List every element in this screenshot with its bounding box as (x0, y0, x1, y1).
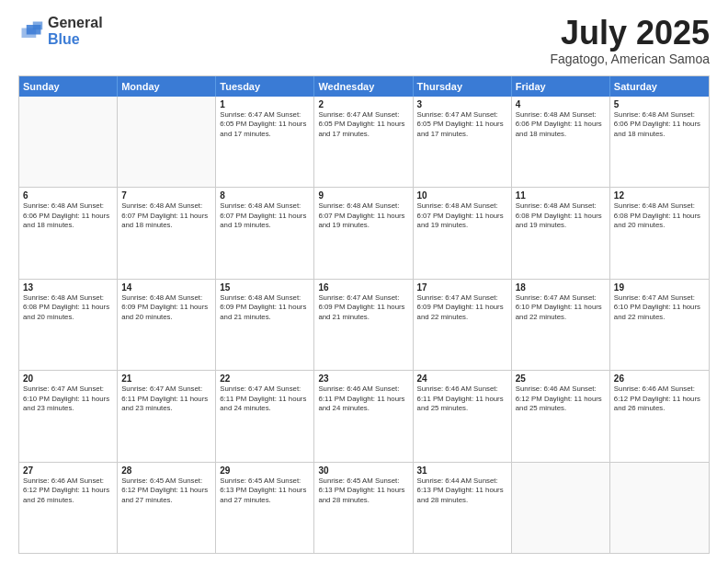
day-info: Sunrise: 6:48 AM Sunset: 6:08 PM Dayligh… (614, 201, 705, 231)
logo-blue-text: Blue (48, 31, 103, 48)
calendar-cell-3-6: 18Sunrise: 6:47 AM Sunset: 6:10 PM Dayli… (512, 280, 610, 370)
day-number: 7 (121, 190, 211, 201)
day-info: Sunrise: 6:46 AM Sunset: 6:12 PM Dayligh… (516, 385, 606, 414)
day-number: 27 (23, 465, 113, 476)
logo-text: General Blue (48, 15, 103, 47)
day-number: 13 (23, 282, 113, 293)
day-number: 30 (318, 465, 408, 476)
day-info: Sunrise: 6:48 AM Sunset: 6:08 PM Dayligh… (23, 293, 113, 323)
day-number: 31 (417, 465, 507, 476)
day-info: Sunrise: 6:48 AM Sunset: 6:07 PM Dayligh… (220, 201, 310, 231)
logo: General Blue (18, 15, 103, 47)
calendar-cell-3-4: 16Sunrise: 6:47 AM Sunset: 6:09 PM Dayli… (314, 280, 413, 370)
calendar-cell-5-2: 28Sunrise: 6:45 AM Sunset: 6:12 PM Dayli… (118, 463, 216, 553)
day-info: Sunrise: 6:47 AM Sunset: 6:10 PM Dayligh… (614, 293, 705, 323)
logo-icon (18, 18, 44, 44)
day-number: 1 (220, 99, 310, 109)
calendar-cell-3-3: 15Sunrise: 6:48 AM Sunset: 6:09 PM Dayli… (216, 280, 314, 370)
calendar-cell-4-4: 23Sunrise: 6:46 AM Sunset: 6:11 PM Dayli… (314, 371, 413, 461)
calendar-cell-1-6: 4Sunrise: 6:48 AM Sunset: 6:06 PM Daylig… (512, 97, 610, 187)
month-title: July 2025 (550, 15, 710, 52)
day-info: Sunrise: 6:44 AM Sunset: 6:13 PM Dayligh… (417, 477, 507, 506)
day-info: Sunrise: 6:45 AM Sunset: 6:13 PM Dayligh… (220, 477, 310, 506)
calendar-cell-2-4: 9Sunrise: 6:48 AM Sunset: 6:07 PM Daylig… (314, 188, 413, 278)
day-info: Sunrise: 6:48 AM Sunset: 6:08 PM Dayligh… (516, 201, 606, 231)
day-info: Sunrise: 6:47 AM Sunset: 6:09 PM Dayligh… (318, 293, 408, 323)
calendar-header-row: Sunday Monday Tuesday Wednesday Thursday… (19, 76, 709, 97)
day-info: Sunrise: 6:48 AM Sunset: 6:06 PM Dayligh… (614, 110, 705, 140)
calendar-cell-2-5: 10Sunrise: 6:48 AM Sunset: 6:07 PM Dayli… (414, 188, 512, 278)
calendar-cell-2-6: 11Sunrise: 6:48 AM Sunset: 6:08 PM Dayli… (512, 188, 610, 278)
calendar-cell-3-7: 19Sunrise: 6:47 AM Sunset: 6:10 PM Dayli… (610, 280, 709, 370)
calendar-cell-5-6 (512, 463, 610, 553)
day-info: Sunrise: 6:47 AM Sunset: 6:11 PM Dayligh… (220, 385, 310, 414)
day-info: Sunrise: 6:47 AM Sunset: 6:09 PM Dayligh… (417, 293, 507, 323)
day-number: 28 (121, 465, 211, 476)
day-info: Sunrise: 6:48 AM Sunset: 6:07 PM Dayligh… (318, 201, 408, 231)
day-number: 12 (614, 190, 705, 201)
day-info: Sunrise: 6:46 AM Sunset: 6:12 PM Dayligh… (614, 385, 705, 414)
day-number: 25 (516, 373, 606, 384)
calendar-cell-1-5: 3Sunrise: 6:47 AM Sunset: 6:05 PM Daylig… (414, 97, 512, 187)
day-number: 18 (516, 282, 606, 293)
calendar-cell-5-3: 29Sunrise: 6:45 AM Sunset: 6:13 PM Dayli… (216, 463, 314, 553)
day-info: Sunrise: 6:45 AM Sunset: 6:13 PM Dayligh… (318, 477, 408, 506)
calendar-cell-1-4: 2Sunrise: 6:47 AM Sunset: 6:05 PM Daylig… (314, 97, 413, 187)
day-info: Sunrise: 6:48 AM Sunset: 6:06 PM Dayligh… (23, 201, 113, 231)
calendar-cell-4-2: 21Sunrise: 6:47 AM Sunset: 6:11 PM Dayli… (118, 371, 216, 461)
day-number: 22 (220, 373, 310, 384)
day-info: Sunrise: 6:46 AM Sunset: 6:11 PM Dayligh… (417, 385, 507, 414)
calendar: Sunday Monday Tuesday Wednesday Thursday… (18, 75, 710, 554)
header-friday: Friday (512, 76, 610, 97)
calendar-cell-4-7: 26Sunrise: 6:46 AM Sunset: 6:12 PM Dayli… (610, 371, 709, 461)
calendar-cell-2-2: 7Sunrise: 6:48 AM Sunset: 6:07 PM Daylig… (118, 188, 216, 278)
day-number: 19 (614, 282, 705, 293)
calendar-cell-3-5: 17Sunrise: 6:47 AM Sunset: 6:09 PM Dayli… (414, 280, 512, 370)
page: General Blue July 2025 Fagatogo, America… (0, 0, 728, 563)
calendar-row-1: 1Sunrise: 6:47 AM Sunset: 6:05 PM Daylig… (19, 97, 709, 187)
calendar-cell-1-2 (118, 97, 216, 187)
calendar-cell-2-1: 6Sunrise: 6:48 AM Sunset: 6:06 PM Daylig… (19, 188, 118, 278)
day-number: 16 (318, 282, 408, 293)
day-number: 8 (220, 190, 310, 201)
calendar-cell-5-1: 27Sunrise: 6:46 AM Sunset: 6:12 PM Dayli… (19, 463, 118, 553)
day-number: 10 (417, 190, 507, 201)
day-info: Sunrise: 6:45 AM Sunset: 6:12 PM Dayligh… (121, 477, 211, 506)
header-sunday: Sunday (19, 76, 118, 97)
calendar-row-5: 27Sunrise: 6:46 AM Sunset: 6:12 PM Dayli… (19, 462, 709, 553)
day-number: 14 (121, 282, 211, 293)
day-info: Sunrise: 6:48 AM Sunset: 6:06 PM Dayligh… (516, 110, 606, 140)
calendar-cell-5-5: 31Sunrise: 6:44 AM Sunset: 6:13 PM Dayli… (414, 463, 512, 553)
day-number: 26 (614, 373, 705, 384)
calendar-cell-3-1: 13Sunrise: 6:48 AM Sunset: 6:08 PM Dayli… (19, 280, 118, 370)
header-wednesday: Wednesday (314, 76, 413, 97)
day-info: Sunrise: 6:46 AM Sunset: 6:11 PM Dayligh… (318, 385, 408, 414)
day-info: Sunrise: 6:47 AM Sunset: 6:10 PM Dayligh… (516, 293, 606, 323)
calendar-cell-2-3: 8Sunrise: 6:48 AM Sunset: 6:07 PM Daylig… (216, 188, 314, 278)
calendar-cell-2-7: 12Sunrise: 6:48 AM Sunset: 6:08 PM Dayli… (610, 188, 709, 278)
header-saturday: Saturday (610, 76, 709, 97)
calendar-cell-4-6: 25Sunrise: 6:46 AM Sunset: 6:12 PM Dayli… (512, 371, 610, 461)
svg-marker-2 (33, 21, 43, 29)
day-number: 24 (417, 373, 507, 384)
calendar-cell-4-1: 20Sunrise: 6:47 AM Sunset: 6:10 PM Dayli… (19, 371, 118, 461)
calendar-row-3: 13Sunrise: 6:48 AM Sunset: 6:08 PM Dayli… (19, 279, 709, 370)
calendar-row-2: 6Sunrise: 6:48 AM Sunset: 6:06 PM Daylig… (19, 187, 709, 278)
day-info: Sunrise: 6:47 AM Sunset: 6:05 PM Dayligh… (417, 110, 507, 140)
day-info: Sunrise: 6:47 AM Sunset: 6:05 PM Dayligh… (220, 110, 310, 140)
calendar-cell-4-3: 22Sunrise: 6:47 AM Sunset: 6:11 PM Dayli… (216, 371, 314, 461)
header-monday: Monday (118, 76, 216, 97)
day-info: Sunrise: 6:47 AM Sunset: 6:10 PM Dayligh… (23, 385, 113, 414)
day-number: 6 (23, 190, 113, 201)
day-info: Sunrise: 6:47 AM Sunset: 6:05 PM Dayligh… (318, 110, 408, 140)
location-subtitle: Fagatogo, American Samoa (550, 52, 710, 66)
calendar-body: 1Sunrise: 6:47 AM Sunset: 6:05 PM Daylig… (19, 97, 709, 553)
calendar-cell-1-7: 5Sunrise: 6:48 AM Sunset: 6:06 PM Daylig… (610, 97, 709, 187)
day-number: 29 (220, 465, 310, 476)
calendar-cell-5-7 (610, 463, 709, 553)
day-number: 4 (516, 99, 606, 109)
header: General Blue July 2025 Fagatogo, America… (18, 15, 710, 66)
header-tuesday: Tuesday (216, 76, 314, 97)
day-number: 9 (318, 190, 408, 201)
title-block: July 2025 Fagatogo, American Samoa (550, 15, 710, 66)
